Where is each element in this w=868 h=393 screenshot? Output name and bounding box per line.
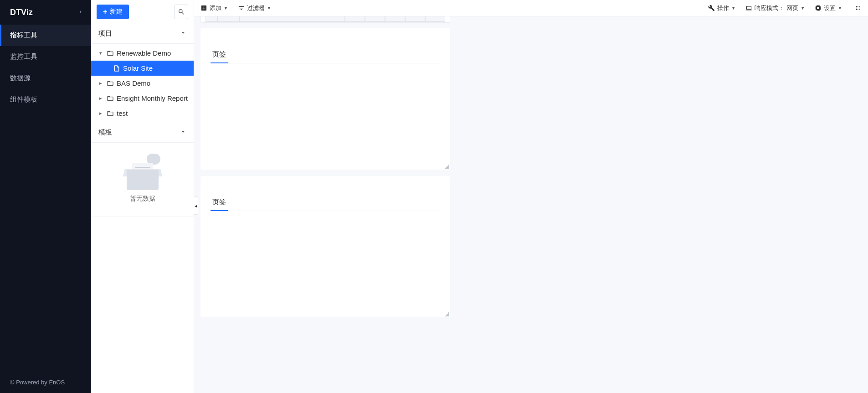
footer-text: © Powered by EnOS [0,372,91,393]
file-icon [113,65,120,72]
toolbar-operate-label: 操作 [717,4,729,12]
nav-item-monitor[interactable]: 监控工具 [0,46,91,67]
tree-node-bas-demo[interactable]: ▸ BAS Demo [91,76,194,91]
caret-right-icon: ▸ [99,95,104,101]
caret-down-icon: ▾ [99,50,104,56]
section-header-project[interactable]: 项目 [91,24,194,44]
chevron-down-icon: ▼ [267,6,271,10]
tab-item[interactable]: 页签 [211,198,228,211]
resize-handle[interactable] [445,164,449,169]
tab-header: 页签 [211,50,440,63]
tree-label: Solar Site [123,64,153,72]
toolbar-filter-label: 过滤器 [247,4,265,12]
fullscreen-icon [855,5,862,11]
project-tree: ▾ Renewable Demo Solar Site ▸ BAS Demo ▸… [91,44,194,123]
search-button[interactable] [175,5,188,19]
card-stub-top[interactable] [200,16,450,23]
chevron-down-icon [180,30,186,37]
chevron-down-icon [180,129,186,136]
nav-item-datasource[interactable]: 数据源 [0,67,91,89]
tree-node-renewable-demo[interactable]: ▾ Renewable Demo [91,46,194,61]
tab-card-1[interactable]: 页签 [200,28,450,170]
empty-text: 暂无数据 [130,195,155,203]
chevron-down-icon: ▼ [801,6,805,10]
new-button[interactable]: + 新建 [97,5,129,19]
toolbar-add-label: 添加 [210,4,221,12]
section-header-template[interactable]: 模板 [91,123,194,143]
gear-icon [815,5,822,11]
empty-inbox-icon [122,154,163,190]
chevron-down-icon: ▼ [731,6,735,10]
canvas[interactable]: 页签 页签 [194,16,868,393]
tree-label: BAS Demo [117,79,150,87]
toolbar-settings[interactable]: 设置 ▼ [815,4,842,12]
toolbar-fullscreen[interactable] [855,5,862,11]
left-sidebar: DTViz 指标工具 监控工具 数据源 组件模板 © Powered by En… [0,0,91,393]
toolbar-operate[interactable]: 操作 ▼ [708,4,735,12]
brand-header[interactable]: DTViz [0,0,91,25]
toolbar-settings-label: 设置 [824,4,836,12]
nav-item-metrics[interactable]: 指标工具 [0,25,91,46]
search-icon [178,8,185,16]
toolbar-responsive[interactable]: 响应模式： 网页 ▼ [745,4,805,12]
tab-header: 页签 [211,198,440,211]
caret-right-icon: ▸ [99,80,104,86]
tree-node-test[interactable]: ▸ test [91,106,194,121]
section-project-label: 项目 [98,29,112,38]
tree-node-solar-site[interactable]: Solar Site [91,61,194,76]
section-template-label: 模板 [98,128,112,137]
responsive-value: 网页 [786,4,798,12]
folder-icon [107,95,114,102]
tab-item[interactable]: 页签 [211,50,228,63]
toolbar: 添加 ▼ 过滤器 ▼ 操作 ▼ 响应模式： 网页 ▼ 设置 [194,0,868,16]
nav-item-component-template[interactable]: 组件模板 [0,89,91,110]
tree-label: test [117,109,128,117]
plus-icon: + [103,8,107,16]
responsive-icon [745,5,752,11]
resize-handle[interactable] [445,312,449,316]
new-button-label: 新建 [110,8,123,16]
tree-node-ensight-report[interactable]: ▸ Ensight Monthly Report [91,91,194,106]
tree-label: Ensight Monthly Report [117,94,188,102]
collapse-panel-handle[interactable]: ◂ [194,196,198,215]
add-widget-icon [200,5,207,11]
wrench-icon [708,5,715,11]
brand-name: DTViz [10,8,33,17]
toolbar-filter[interactable]: 过滤器 ▼ [238,4,271,12]
chevron-down-icon: ▼ [838,6,842,10]
chevron-right-icon [77,8,84,17]
folder-open-icon [107,50,114,57]
project-panel: + 新建 项目 ▾ Renewable Demo Solar Site ▸ [91,0,194,393]
chevron-down-icon: ▼ [224,6,228,10]
responsive-label: 响应模式： [755,4,784,12]
filter-icon [238,5,245,11]
toolbar-add[interactable]: 添加 ▼ [200,4,228,12]
empty-template-state: 暂无数据 [91,143,194,217]
tree-label: Renewable Demo [117,49,171,57]
folder-icon [107,110,114,117]
main-area: 添加 ▼ 过滤器 ▼ 操作 ▼ 响应模式： 网页 ▼ 设置 [194,0,868,393]
folder-icon [107,80,114,87]
nav-list: 指标工具 监控工具 数据源 组件模板 [0,25,91,372]
caret-right-icon: ▸ [99,110,104,116]
tab-card-2[interactable]: 页签 [200,176,450,317]
